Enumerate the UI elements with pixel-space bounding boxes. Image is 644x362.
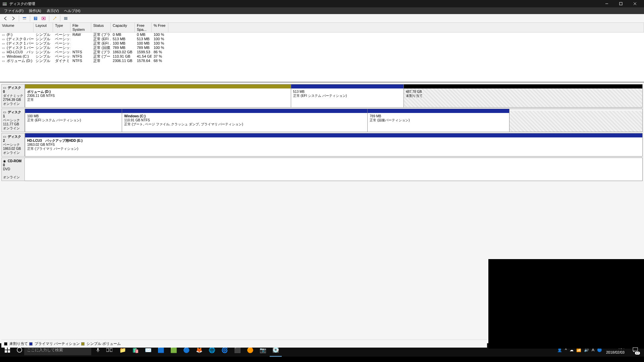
svg-rect-1 <box>3 4 7 6</box>
volume-row[interactable]: ▭(ディスク 0 パーティシ...シンプルベーシック正常 (EFI ...513… <box>0 37 644 41</box>
cdrom-icon: ◉ <box>3 159 7 163</box>
svg-rect-19 <box>8 350 10 353</box>
svg-rect-17 <box>8 347 10 350</box>
partition[interactable]: 513 MB正常 (EFI システム パーティション) <box>291 84 404 107</box>
disk-type: ベーシック <box>3 143 23 147</box>
col-percent-free[interactable]: % Free <box>152 23 168 32</box>
forward-button[interactable] <box>10 15 17 22</box>
disk-type: ベーシック <box>3 118 23 122</box>
col-layout[interactable]: Layout <box>34 23 53 32</box>
legend-primary: プライマリ パーティション <box>35 341 80 346</box>
toolbar: ? <box>0 14 644 23</box>
disk-label-2[interactable]: ▭ディスク 2 ベーシック 1863.02 GB オンライン <box>1 133 25 157</box>
settings-button[interactable] <box>40 15 47 22</box>
clock-date: 2018/02/03 <box>606 350 625 355</box>
notification-button[interactable]: 17 <box>629 343 642 357</box>
disk-icon: ▭ <box>3 86 7 90</box>
window-title: ディスクの管理 <box>9 1 35 6</box>
svg-rect-24 <box>633 348 638 351</box>
col-free[interactable]: Free Spa... <box>135 23 152 32</box>
svg-point-2 <box>6 3 7 3</box>
menu-file[interactable]: ファイル(F) <box>1 8 26 14</box>
menu-view[interactable]: 表示(V) <box>44 8 62 14</box>
disk-row-0[interactable]: ▭ディスク 0 ダイナミック 2794.39 GB オンライン ボリューム (D… <box>1 84 643 108</box>
volume-row[interactable]: ▭ボリューム (D:)シンプルダイナミックNTFS正常2306.11 GB157… <box>0 59 644 63</box>
disk-label-1[interactable]: ▭ディスク 1 ベーシック 111.77 GB オンライン <box>1 109 25 132</box>
svg-rect-15 <box>64 19 67 20</box>
microphone-button[interactable] <box>93 348 103 352</box>
svg-point-12 <box>43 18 44 19</box>
volume-row[interactable]: ▭(ディスク 1 パーティシ...シンプルベーシック正常 (EFI ...100… <box>0 41 644 46</box>
cdrom-label[interactable]: ◉CD-ROM 0 DVD オンライン <box>1 158 25 181</box>
partition[interactable]: Windows (C:)110.91 GB NTFS正常 (ブート, ページ フ… <box>122 109 367 132</box>
window-titlebar: ディスクの管理 <box>0 0 644 7</box>
volume-row[interactable]: ▭Windows (C:)シンプルベーシックNTFS正常 (ブート...110.… <box>0 54 644 59</box>
disk-row-1[interactable]: ▭ディスク 1 ベーシック 111.77 GB オンライン 100 MB正常 (… <box>1 109 643 132</box>
disk-row-cdrom[interactable]: ◉CD-ROM 0 DVD オンライン <box>1 158 643 181</box>
svg-rect-18 <box>5 350 7 353</box>
back-button[interactable] <box>2 15 9 22</box>
disk-icon: ▭ <box>3 110 7 114</box>
disk-label-0[interactable]: ▭ディスク 0 ダイナミック 2794.39 GB オンライン <box>1 84 25 108</box>
partition[interactable]: 100 MB正常 (EFI システム パーティション) <box>25 109 122 132</box>
partition[interactable]: HD-LCU3 バックアップ用HDD (E:)1863.02 GB NTFS正常… <box>25 133 642 156</box>
svg-rect-4 <box>620 2 622 5</box>
col-status[interactable]: Status <box>91 23 111 32</box>
partition[interactable]: ボリューム (D:)2306.11 GB NTFS正常 <box>25 84 291 107</box>
partition[interactable] <box>509 109 642 132</box>
disk-size: 1863.02 GB <box>3 147 23 151</box>
svg-rect-23 <box>110 348 112 352</box>
cdrom-type: DVD <box>3 167 23 171</box>
volumes-header: Volume Layout Type File System Status Ca… <box>0 23 644 33</box>
svg-text:?: ? <box>35 17 37 20</box>
volumes-pane[interactable]: Volume Layout Type File System Status Ca… <box>0 23 644 82</box>
legend-simple: シンプル ボリューム <box>87 341 121 346</box>
app-icon <box>2 1 7 6</box>
cdrom-status: オンライン <box>3 175 23 179</box>
disk-status: オンライン <box>3 102 23 106</box>
cdrom-empty-area[interactable] <box>25 158 643 181</box>
search-placeholder: ここに入力して検索 <box>27 347 63 353</box>
disk-status: オンライン <box>3 126 23 130</box>
help-button[interactable]: ? <box>32 15 39 22</box>
partition[interactable]: 487.78 GB未割り当て <box>404 84 642 107</box>
legend: 未割り当て プライマリ パーティション シンプル ボリューム <box>1 340 487 348</box>
svg-rect-14 <box>64 18 67 19</box>
list-view-button[interactable] <box>62 15 69 22</box>
menu-help[interactable]: ヘルプ(H) <box>61 8 83 14</box>
maximize-button[interactable] <box>614 0 628 7</box>
notification-badge: 17 <box>635 352 640 355</box>
svg-point-20 <box>17 348 22 352</box>
svg-rect-13 <box>64 17 67 18</box>
svg-rect-22 <box>106 348 109 352</box>
task-view-button[interactable] <box>103 348 115 352</box>
blackout-region <box>488 259 644 349</box>
show-hide-console-button[interactable] <box>21 15 28 22</box>
legend-unallocated: 未割り当て <box>9 341 28 346</box>
close-button[interactable] <box>628 0 642 7</box>
disk-size: 111.77 GB <box>3 122 23 126</box>
volume-row[interactable]: ▭HD-LCU3 バックア...シンプルベーシックNTFS正常 (プラ...18… <box>0 50 644 54</box>
minimize-button[interactable] <box>600 0 614 7</box>
volume-row[interactable]: ▭(F:)シンプルベーシックRAW正常 (プラ...0 MB0 MB100 % <box>0 33 644 37</box>
svg-rect-8 <box>23 19 26 20</box>
disk-row-2[interactable]: ▭ディスク 2 ベーシック 1863.02 GB オンライン HD-LCU3 バ… <box>1 133 643 157</box>
disk-type: ダイナミック <box>3 94 23 98</box>
col-capacity[interactable]: Capacity <box>111 23 135 32</box>
svg-rect-21 <box>97 348 99 351</box>
volume-row[interactable]: ▭(ディスク 1 パーティシ...シンプルベーシック正常 (回復...789 M… <box>0 46 644 50</box>
disk-status: オンライン <box>3 151 23 155</box>
svg-rect-7 <box>23 17 26 18</box>
partition[interactable]: 789 MB正常 (回復パーティション) <box>367 109 509 132</box>
disk-icon: ▭ <box>3 135 7 139</box>
action-button[interactable] <box>51 15 58 22</box>
col-volume[interactable]: Volume <box>0 23 34 32</box>
menubar: ファイル(F) 操作(A) 表示(V) ヘルプ(H) <box>0 7 644 14</box>
menu-action[interactable]: 操作(A) <box>26 8 44 14</box>
col-filesystem[interactable]: File System <box>70 23 91 32</box>
disk-size: 2794.39 GB <box>3 98 23 102</box>
svg-rect-16 <box>5 347 7 350</box>
col-type[interactable]: Type <box>53 23 70 32</box>
